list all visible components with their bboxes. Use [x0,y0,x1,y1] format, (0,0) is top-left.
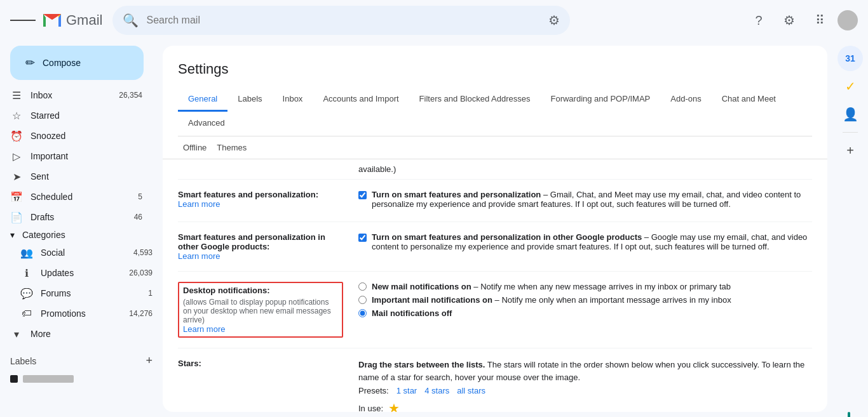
gmail-logo-icon [41,9,64,32]
snoozed-label: Snoozed [31,131,142,141]
star-gold-icon: ★ [388,400,400,412]
tab-general[interactable]: General [178,88,227,112]
radio-new-mail-input[interactable] [358,282,367,291]
chevron-down-icon: ▾ [10,230,15,240]
sidebar: ✏ Compose ☰ Inbox 26,354 ☆ Starred ⏰ Sno… [0,41,163,417]
tab-addons[interactable]: Add-ons [660,88,711,112]
smart-features-other-value: Turn on smart features and personalizati… [358,232,812,261]
sidebar-item-drafts[interactable]: 📄 Drafts 46 [0,207,153,227]
sidebar-item-snoozed[interactable]: ⏰ Snoozed [0,126,153,146]
smart-features-checkbox-row: Turn on smart features and personalizati… [358,190,812,209]
sidebar-item-scheduled[interactable]: 📅 Scheduled 5 [0,187,153,207]
updates-label: Updates [41,268,121,278]
tab-labels[interactable]: Labels [227,88,272,112]
add-panel-icon[interactable]: + [837,138,863,163]
promotions-label: Promotions [41,308,121,319]
updates-icon: ℹ [20,267,33,279]
sidebar-item-starred[interactable]: ☆ Starred [0,105,153,126]
settings-tabs: General Labels Inbox Accounts and Import… [178,88,812,136]
important-icon: ▷ [10,150,23,162]
search-icon: 🔍 [123,13,139,28]
sent-label: Sent [31,171,142,182]
compose-button[interactable]: ✏ Compose [10,46,144,80]
search-input[interactable] [146,15,541,26]
stars-value: Drag the stars between the lists. The st… [358,359,812,412]
available-value: available.) [358,164,812,174]
drafts-label: Drafts [31,212,126,222]
tab-accounts[interactable]: Accounts and Import [313,88,409,112]
scheduled-label: Scheduled [31,192,130,202]
help-button[interactable]: ? [746,8,771,33]
sidebar-item-social[interactable]: 👥 Social 4,593 [10,242,163,263]
smart-features-other-learn-more[interactable]: Learn more [178,251,220,261]
settings-button[interactable]: ⚙ [776,8,802,33]
sidebar-item-promotions[interactable]: 🏷 Promotions 14,276 [10,303,163,324]
drafts-count: 46 [134,213,142,222]
drafts-icon: 📄 [10,211,23,223]
scheduled-icon: 📅 [10,191,23,203]
tab-forwarding[interactable]: Forwarding and POP/IMAP [540,88,660,112]
radio-new-mail-label: New mail notifications on – Notify me wh… [372,282,731,291]
smart-features-learn-more[interactable]: Learn more [178,199,220,209]
add-label-button[interactable]: + [146,354,153,367]
settings-row-smart-features-other: Smart features and personalization in ot… [178,222,812,272]
tab-inbox[interactable]: Inbox [273,88,313,112]
settings-row-smart-features: Smart features and personalization: Lear… [178,180,812,222]
social-count: 4,593 [133,248,153,257]
sidebar-item-sent[interactable]: ➤ Sent [0,166,153,187]
radio-mail-off: Mail notifications off [358,308,812,318]
preset-1star[interactable]: 1 star [397,386,417,395]
sidebar-item-important[interactable]: ▷ Important [0,146,153,166]
menu-button[interactable] [10,8,36,33]
sidebar-item-updates[interactable]: ℹ Updates 26,039 [10,263,163,283]
tasks-panel-icon[interactable]: ✓ [837,74,863,99]
tab-advanced[interactable]: Advanced [178,112,235,136]
forums-label: Forums [41,288,140,298]
settings-rows: available.) Smart features and personali… [163,159,827,412]
promotions-icon: 🏷 [20,308,33,319]
desktop-notifications-learn-more[interactable]: Learn more [183,324,225,334]
smart-features-other-checkbox[interactable] [358,234,367,242]
preset-allstars[interactable]: all stars [457,386,485,395]
categories-toggle[interactable]: ▾ Categories [0,227,163,242]
stars-label: Stars: [178,359,343,412]
apps-button[interactable]: ⠿ [807,8,832,33]
subtab-themes[interactable]: Themes [212,136,252,159]
desktop-notifications-label: Desktop notifications: (allows Gmail to … [178,282,343,338]
topbar: Gmail 🔍 ⚙ ? ⚙ ⠿ [0,0,868,41]
radio-important-mail: Important mail notifications on – Notify… [358,295,812,305]
tab-chat[interactable]: Chat and Meet [712,88,786,112]
in-use-row: In use: ★ [358,400,812,412]
radio-mail-off-input[interactable] [358,309,367,317]
starred-icon: ☆ [10,110,23,122]
contacts-panel-icon[interactable]: 👤 [837,102,863,127]
main-layout: ✏ Compose ☰ Inbox 26,354 ☆ Starred ⏰ Sno… [0,41,868,417]
sidebar-item-forums[interactable]: 💬 Forums 1 [10,283,163,303]
filter-icon[interactable]: ⚙ [548,13,560,28]
smart-features-text: Turn on smart features and personalizati… [372,190,812,209]
settings-row-available: available.) [178,159,812,180]
calendar-panel-icon[interactable]: 31 [837,46,863,71]
subtab-offline[interactable]: Offline [178,136,212,159]
inbox-icon: ☰ [10,89,23,102]
sent-icon: ➤ [10,171,23,183]
notification-radio-group: New mail notifications on – Notify me wh… [358,282,812,318]
topbar-right: ? ⚙ ⠿ [746,8,858,33]
avatar[interactable] [837,10,858,30]
in-use-label: In use: [358,404,383,413]
updates-count: 26,039 [129,268,153,277]
search-bar[interactable]: 🔍 ⚙ [112,6,570,35]
tab-filters[interactable]: Filters and Blocked Addresses [409,88,541,112]
label-item[interactable] [0,373,163,385]
desktop-notifications-sub: (allows Gmail to display popup notificat… [183,298,338,324]
smart-features-checkbox[interactable] [358,191,367,199]
presets-label: Presets: [358,386,389,395]
snoozed-icon: ⏰ [10,130,23,142]
radio-important-mail-input[interactable] [358,296,367,304]
sidebar-item-more[interactable]: ▾ More [0,324,153,344]
sidebar-item-inbox[interactable]: ☰ Inbox 26,354 [0,85,153,105]
preset-4stars[interactable]: 4 stars [424,386,449,395]
available-text: available.) [358,164,396,174]
compose-label: Compose [43,58,81,68]
smart-features-other-checkbox-row: Turn on smart features and personalizati… [358,232,812,251]
